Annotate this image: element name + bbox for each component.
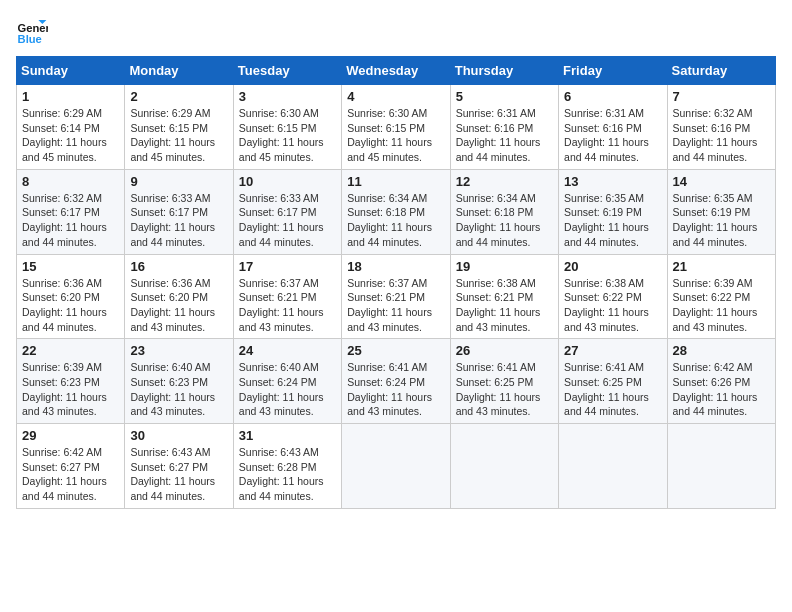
- day-info: Sunrise: 6:42 AM Sunset: 6:26 PM Dayligh…: [673, 360, 770, 419]
- day-info: Sunrise: 6:36 AM Sunset: 6:20 PM Dayligh…: [22, 276, 119, 335]
- day-info: Sunrise: 6:43 AM Sunset: 6:27 PM Dayligh…: [130, 445, 227, 504]
- day-number: 18: [347, 259, 444, 274]
- day-number: 3: [239, 89, 336, 104]
- weekday-saturday: Saturday: [667, 57, 775, 85]
- day-number: 5: [456, 89, 553, 104]
- day-cell: 2 Sunrise: 6:29 AM Sunset: 6:15 PM Dayli…: [125, 85, 233, 170]
- svg-text:General: General: [18, 22, 48, 34]
- day-info: Sunrise: 6:40 AM Sunset: 6:23 PM Dayligh…: [130, 360, 227, 419]
- week-row-5: 29 Sunrise: 6:42 AM Sunset: 6:27 PM Dayl…: [17, 424, 776, 509]
- day-cell: 15 Sunrise: 6:36 AM Sunset: 6:20 PM Dayl…: [17, 254, 125, 339]
- day-cell: 26 Sunrise: 6:41 AM Sunset: 6:25 PM Dayl…: [450, 339, 558, 424]
- day-info: Sunrise: 6:34 AM Sunset: 6:18 PM Dayligh…: [347, 191, 444, 250]
- day-cell: 21 Sunrise: 6:39 AM Sunset: 6:22 PM Dayl…: [667, 254, 775, 339]
- weekday-wednesday: Wednesday: [342, 57, 450, 85]
- day-cell: 4 Sunrise: 6:30 AM Sunset: 6:15 PM Dayli…: [342, 85, 450, 170]
- day-info: Sunrise: 6:38 AM Sunset: 6:22 PM Dayligh…: [564, 276, 661, 335]
- day-info: Sunrise: 6:37 AM Sunset: 6:21 PM Dayligh…: [347, 276, 444, 335]
- week-row-2: 8 Sunrise: 6:32 AM Sunset: 6:17 PM Dayli…: [17, 169, 776, 254]
- day-cell: 8 Sunrise: 6:32 AM Sunset: 6:17 PM Dayli…: [17, 169, 125, 254]
- day-info: Sunrise: 6:30 AM Sunset: 6:15 PM Dayligh…: [239, 106, 336, 165]
- day-info: Sunrise: 6:31 AM Sunset: 6:16 PM Dayligh…: [456, 106, 553, 165]
- day-cell: 17 Sunrise: 6:37 AM Sunset: 6:21 PM Dayl…: [233, 254, 341, 339]
- day-number: 10: [239, 174, 336, 189]
- calendar-table: SundayMondayTuesdayWednesdayThursdayFrid…: [16, 56, 776, 509]
- day-cell: 9 Sunrise: 6:33 AM Sunset: 6:17 PM Dayli…: [125, 169, 233, 254]
- day-info: Sunrise: 6:39 AM Sunset: 6:23 PM Dayligh…: [22, 360, 119, 419]
- logo-icon: General Blue: [16, 16, 48, 48]
- day-info: Sunrise: 6:41 AM Sunset: 6:24 PM Dayligh…: [347, 360, 444, 419]
- page-header: General Blue: [16, 16, 776, 48]
- day-cell: [667, 424, 775, 509]
- day-info: Sunrise: 6:30 AM Sunset: 6:15 PM Dayligh…: [347, 106, 444, 165]
- day-number: 4: [347, 89, 444, 104]
- day-number: 13: [564, 174, 661, 189]
- day-number: 20: [564, 259, 661, 274]
- day-cell: [450, 424, 558, 509]
- week-row-3: 15 Sunrise: 6:36 AM Sunset: 6:20 PM Dayl…: [17, 254, 776, 339]
- day-cell: 30 Sunrise: 6:43 AM Sunset: 6:27 PM Dayl…: [125, 424, 233, 509]
- day-number: 2: [130, 89, 227, 104]
- weekday-sunday: Sunday: [17, 57, 125, 85]
- day-cell: 14 Sunrise: 6:35 AM Sunset: 6:19 PM Dayl…: [667, 169, 775, 254]
- day-number: 31: [239, 428, 336, 443]
- weekday-thursday: Thursday: [450, 57, 558, 85]
- day-cell: [559, 424, 667, 509]
- day-info: Sunrise: 6:32 AM Sunset: 6:17 PM Dayligh…: [22, 191, 119, 250]
- day-info: Sunrise: 6:40 AM Sunset: 6:24 PM Dayligh…: [239, 360, 336, 419]
- day-info: Sunrise: 6:36 AM Sunset: 6:20 PM Dayligh…: [130, 276, 227, 335]
- day-info: Sunrise: 6:41 AM Sunset: 6:25 PM Dayligh…: [564, 360, 661, 419]
- logo: General Blue: [16, 16, 48, 48]
- weekday-tuesday: Tuesday: [233, 57, 341, 85]
- day-number: 15: [22, 259, 119, 274]
- day-cell: 19 Sunrise: 6:38 AM Sunset: 6:21 PM Dayl…: [450, 254, 558, 339]
- week-row-4: 22 Sunrise: 6:39 AM Sunset: 6:23 PM Dayl…: [17, 339, 776, 424]
- day-number: 22: [22, 343, 119, 358]
- day-info: Sunrise: 6:33 AM Sunset: 6:17 PM Dayligh…: [130, 191, 227, 250]
- day-info: Sunrise: 6:38 AM Sunset: 6:21 PM Dayligh…: [456, 276, 553, 335]
- day-number: 6: [564, 89, 661, 104]
- day-number: 29: [22, 428, 119, 443]
- day-info: Sunrise: 6:31 AM Sunset: 6:16 PM Dayligh…: [564, 106, 661, 165]
- day-info: Sunrise: 6:33 AM Sunset: 6:17 PM Dayligh…: [239, 191, 336, 250]
- day-info: Sunrise: 6:35 AM Sunset: 6:19 PM Dayligh…: [564, 191, 661, 250]
- svg-text:Blue: Blue: [18, 33, 42, 45]
- day-cell: 31 Sunrise: 6:43 AM Sunset: 6:28 PM Dayl…: [233, 424, 341, 509]
- weekday-header-row: SundayMondayTuesdayWednesdayThursdayFrid…: [17, 57, 776, 85]
- day-number: 16: [130, 259, 227, 274]
- day-cell: 16 Sunrise: 6:36 AM Sunset: 6:20 PM Dayl…: [125, 254, 233, 339]
- day-cell: 23 Sunrise: 6:40 AM Sunset: 6:23 PM Dayl…: [125, 339, 233, 424]
- day-info: Sunrise: 6:37 AM Sunset: 6:21 PM Dayligh…: [239, 276, 336, 335]
- day-cell: 10 Sunrise: 6:33 AM Sunset: 6:17 PM Dayl…: [233, 169, 341, 254]
- day-cell: 7 Sunrise: 6:32 AM Sunset: 6:16 PM Dayli…: [667, 85, 775, 170]
- day-number: 25: [347, 343, 444, 358]
- day-number: 21: [673, 259, 770, 274]
- day-cell: 20 Sunrise: 6:38 AM Sunset: 6:22 PM Dayl…: [559, 254, 667, 339]
- day-cell: 25 Sunrise: 6:41 AM Sunset: 6:24 PM Dayl…: [342, 339, 450, 424]
- day-number: 11: [347, 174, 444, 189]
- day-number: 9: [130, 174, 227, 189]
- day-info: Sunrise: 6:29 AM Sunset: 6:15 PM Dayligh…: [130, 106, 227, 165]
- week-row-1: 1 Sunrise: 6:29 AM Sunset: 6:14 PM Dayli…: [17, 85, 776, 170]
- day-number: 12: [456, 174, 553, 189]
- day-cell: [342, 424, 450, 509]
- day-cell: 13 Sunrise: 6:35 AM Sunset: 6:19 PM Dayl…: [559, 169, 667, 254]
- day-number: 28: [673, 343, 770, 358]
- day-number: 17: [239, 259, 336, 274]
- day-cell: 27 Sunrise: 6:41 AM Sunset: 6:25 PM Dayl…: [559, 339, 667, 424]
- day-cell: 18 Sunrise: 6:37 AM Sunset: 6:21 PM Dayl…: [342, 254, 450, 339]
- day-number: 1: [22, 89, 119, 104]
- day-cell: 22 Sunrise: 6:39 AM Sunset: 6:23 PM Dayl…: [17, 339, 125, 424]
- day-info: Sunrise: 6:42 AM Sunset: 6:27 PM Dayligh…: [22, 445, 119, 504]
- day-number: 19: [456, 259, 553, 274]
- day-cell: 1 Sunrise: 6:29 AM Sunset: 6:14 PM Dayli…: [17, 85, 125, 170]
- day-info: Sunrise: 6:39 AM Sunset: 6:22 PM Dayligh…: [673, 276, 770, 335]
- day-cell: 3 Sunrise: 6:30 AM Sunset: 6:15 PM Dayli…: [233, 85, 341, 170]
- day-number: 14: [673, 174, 770, 189]
- day-number: 26: [456, 343, 553, 358]
- day-cell: 5 Sunrise: 6:31 AM Sunset: 6:16 PM Dayli…: [450, 85, 558, 170]
- day-number: 23: [130, 343, 227, 358]
- calendar-body: 1 Sunrise: 6:29 AM Sunset: 6:14 PM Dayli…: [17, 85, 776, 509]
- day-info: Sunrise: 6:32 AM Sunset: 6:16 PM Dayligh…: [673, 106, 770, 165]
- day-cell: 6 Sunrise: 6:31 AM Sunset: 6:16 PM Dayli…: [559, 85, 667, 170]
